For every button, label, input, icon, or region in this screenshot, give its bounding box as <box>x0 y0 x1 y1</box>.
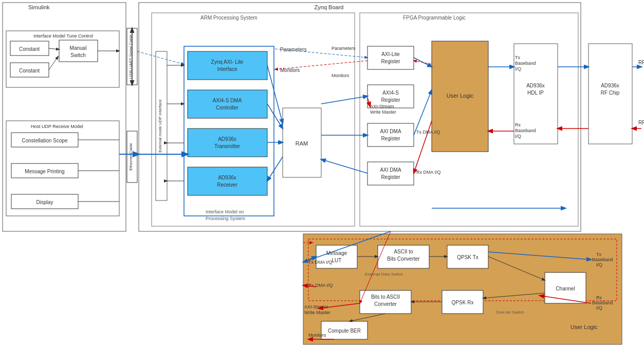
axi-stream-write-label2: Write Master <box>370 109 396 115</box>
constant2-label: Constant <box>19 68 40 74</box>
simulink-label: Simulink <box>28 4 50 10</box>
svg-line-9 <box>49 57 58 70</box>
ascii-bits-label2: Bits Converter <box>387 256 420 262</box>
axi-dma-tx-label: AXI DMA <box>380 129 401 134</box>
arm-label: ARM Processing System <box>200 15 257 21</box>
axi-dma-tx-label2: Register <box>381 136 400 141</box>
zynq-axi-label2: Interface <box>217 66 237 72</box>
svg-rect-31 <box>367 123 414 147</box>
interface-model-label: Interface Model on <box>206 209 244 214</box>
manual-switch-label2: Switch <box>70 52 85 58</box>
external-data-switch-label: External Data Switch <box>365 272 403 277</box>
external-mode-label: External mode UDP interface <box>158 99 162 153</box>
svg-rect-25 <box>188 129 267 157</box>
host-udp-label: Host UDP Receive Model <box>31 124 83 129</box>
svg-rect-24 <box>188 90 267 118</box>
svg-line-43 <box>321 96 367 104</box>
ethernet-label: Ethernet Cable <box>128 143 133 171</box>
svg-line-42 <box>267 157 283 181</box>
rx-baseband-bot-label: Rx <box>596 295 602 300</box>
zynq-axi-label: Zynq AXI- Lite <box>211 59 244 65</box>
svg-rect-66 <box>316 245 357 268</box>
svg-rect-26 <box>188 167 267 195</box>
tx-baseband-bot-label3: I/Q <box>596 262 602 267</box>
user-logic-top-label: User Logic <box>447 93 474 99</box>
tx-baseband-top-label2: Baseband <box>515 61 536 66</box>
ad936x-rf-label2: RF Chip <box>601 90 620 96</box>
ad936x-rx-label2: Receiver <box>217 182 237 188</box>
manual-switch-label: Manual <box>70 45 87 51</box>
rx-baseband-top-label2: Baseband <box>515 128 536 133</box>
svg-rect-32 <box>367 162 414 185</box>
ad936x-rf-label: AD936x <box>601 83 619 88</box>
params-reg-label: Parameters <box>332 46 356 51</box>
message-printing-label: Message Printing <box>25 169 64 174</box>
svg-rect-29 <box>367 46 414 69</box>
svg-line-38 <box>275 61 367 69</box>
rx-dma-bottom-label: Rx DMA I/Q <box>308 283 333 288</box>
compute-ber-label: Compute BER <box>328 328 361 334</box>
axi-lite-reg-label: AXI-Lite <box>381 51 400 57</box>
rf-out-label: RF Out <box>638 60 644 65</box>
interface-tune-label: Interface Model Tune Control <box>33 33 93 39</box>
monitors-top-label: Monitors <box>280 67 300 73</box>
ad936x-hdl-label2: HDL IP <box>527 90 544 96</box>
display-label: Display <box>36 199 53 205</box>
ad936x-tx-label: AD936x <box>218 136 236 142</box>
axi4s-reg-label2: Register <box>381 97 400 103</box>
axi-lite-reg-label2: Register <box>381 59 400 64</box>
bits-ascii-label2: Converter <box>374 301 397 307</box>
svg-line-40 <box>267 104 283 129</box>
qpsk-rx-label: QPSK Rx <box>452 300 474 305</box>
svg-rect-6 <box>59 40 98 62</box>
tx-baseband-bot-label: Tx <box>596 252 601 257</box>
ad936x-tx-label2: Transmitter <box>214 143 241 149</box>
interface-model-label2: Processing System <box>206 216 245 221</box>
over-air-switch-label: Over Air Switch <box>496 310 524 315</box>
svg-line-8 <box>49 48 59 49</box>
tx-baseband-bot-label2: Baseband <box>592 257 613 262</box>
monitors-bottom-label: Monitors <box>308 333 326 338</box>
constellation-label: Constellation Scope <box>22 138 68 143</box>
svg-rect-23 <box>188 51 267 80</box>
tx-baseband-top-label: Tx <box>515 55 520 60</box>
message-lut-label2: LUT <box>332 258 342 263</box>
axi-stream-write-label: AXI-Stream <box>370 104 394 109</box>
svg-line-36 <box>137 51 184 64</box>
tx-baseband-top-label3: I/Q <box>515 66 521 71</box>
monitors-reg-label: Monitors <box>332 73 349 78</box>
tx-dma-bottom-label: Tx DMA I/Q <box>308 260 333 265</box>
axi-stream-write-bottom-label2: Write Master <box>304 310 330 315</box>
rf-in-label: RF In <box>638 120 644 125</box>
axi4s-dma-label2: Controller <box>216 105 238 111</box>
rx-baseband-top-label: Rx <box>515 122 521 127</box>
axi-dma-rx-label2: Register <box>381 174 400 180</box>
axi-dma-rx-label: AXI DMA <box>380 167 401 173</box>
user-logic-bottom-label: User Logic <box>571 324 598 330</box>
axi4s-reg-label: AXI4-S <box>382 90 399 96</box>
svg-line-45 <box>321 159 367 173</box>
rx-baseband-bot-label2: Baseband <box>592 300 613 305</box>
fpga-label: FPGA Programmable Logic <box>403 15 466 21</box>
constant1-label: Constant <box>19 46 40 52</box>
rx-baseband-top-label3: I/Q <box>515 134 521 139</box>
zynq-board-label: Zynq Board <box>315 4 344 10</box>
axi4s-dma-label: AXI4-S DMA <box>213 98 242 103</box>
rx-baseband-bot-label3: I/Q <box>596 305 602 311</box>
diagram-container: Simulink Zynq Board ARM Processing Syste… <box>0 0 644 347</box>
rx-dma-label: Rx DMA I/Q <box>416 170 441 175</box>
ad936x-rx-label: AD936x <box>218 175 236 180</box>
channel-label: Channel <box>556 286 575 291</box>
svg-line-39 <box>267 65 283 123</box>
ram-label: RAM <box>296 140 308 147</box>
svg-line-49 <box>414 61 432 64</box>
ad936x-hdl-label: AD936x <box>526 83 545 88</box>
ascii-bits-label: ASCII to <box>394 249 413 254</box>
bits-ascii-label: Bits to ASCII <box>371 294 400 300</box>
qpsk-tx-label: QPSK Tx <box>457 254 479 260</box>
axi-stream-write-bottom-label: AXI-Stream <box>304 304 328 309</box>
